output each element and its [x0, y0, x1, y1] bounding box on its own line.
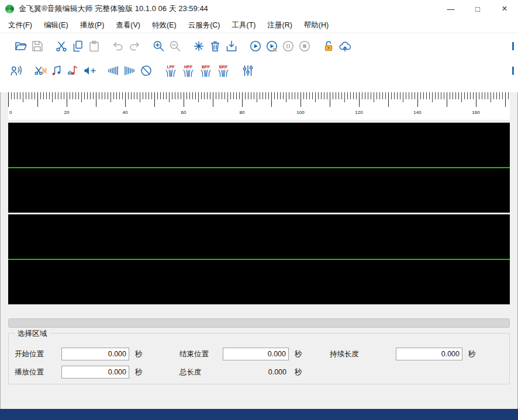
play-selection-button[interactable]	[264, 36, 280, 56]
bpf-label: BPF	[202, 65, 210, 69]
export-download-icon	[225, 40, 238, 53]
pause-button[interactable]	[280, 36, 296, 56]
selection-region-groupbox: 选择区域 开始位置 秒 结束位置 秒 持续长度 秒 播放位置 秒 总长度 0.0…	[8, 333, 510, 384]
save-button[interactable]	[29, 36, 46, 56]
undo-button[interactable]	[110, 36, 126, 56]
menu-tools[interactable]: 工具(T)	[226, 18, 262, 33]
fade-in-button[interactable]	[105, 61, 122, 81]
band-pass-filter-button[interactable]: BPF	[197, 61, 215, 81]
minimize-button[interactable]: —	[437, 0, 464, 18]
total-length-unit: 秒	[295, 367, 306, 377]
band-stop-filter-button[interactable]: BRF	[215, 61, 232, 81]
play-position-unit: 秒	[135, 367, 147, 377]
toolbar-main	[0, 34, 518, 58]
export-button[interactable]	[223, 36, 240, 56]
high-pass-filter-button[interactable]: HPF	[179, 61, 197, 81]
brf-label: BRF	[219, 65, 227, 69]
toolbar-overflow-mark	[512, 67, 514, 75]
audio-trim-button[interactable]	[32, 61, 49, 81]
menu-effects[interactable]: 特效(E)	[146, 18, 182, 33]
zoom-out-icon	[168, 40, 181, 53]
low-pass-filter-icon	[165, 70, 177, 77]
fade-out-button[interactable]	[122, 61, 138, 81]
trash-icon	[209, 40, 222, 53]
audio-scissors-icon	[34, 64, 47, 77]
text-to-speech-button[interactable]	[8, 61, 25, 81]
ruler-label: 120	[355, 110, 362, 115]
timeline-ruler[interactable]: 0 20 40 60 80 100 120 140 160	[8, 92, 510, 120]
menu-cloud[interactable]: 云服务(C)	[182, 18, 226, 33]
ruler-label: 80	[240, 110, 245, 115]
play-selection-icon	[265, 40, 278, 53]
equalizer-icon	[241, 64, 254, 77]
start-position-unit: 秒	[135, 349, 147, 359]
cut-button[interactable]	[53, 36, 70, 56]
close-button[interactable]: ×	[491, 0, 518, 18]
app-logo-icon	[5, 5, 14, 13]
horizontal-scrollbar[interactable]	[8, 318, 510, 328]
text-to-speech-icon	[10, 64, 23, 77]
start-position-input[interactable]	[61, 348, 129, 360]
equalizer-button[interactable]	[240, 61, 256, 81]
window-controls: — □ ×	[437, 0, 518, 18]
fade-out-icon	[123, 64, 136, 77]
total-length-value: 0.000	[223, 368, 289, 376]
unlock-button[interactable]	[320, 36, 337, 56]
menu-help[interactable]: 帮助(H)	[298, 18, 334, 33]
play-position-input[interactable]	[61, 366, 129, 379]
lpf-label: LPF	[167, 65, 174, 69]
toolbar-overflow-mark	[512, 42, 514, 50]
ruler-major-ticks	[8, 92, 510, 107]
total-length-label: 总长度	[179, 367, 223, 377]
play-button[interactable]	[247, 36, 264, 56]
cloud-upload-icon	[339, 40, 351, 53]
redo-button[interactable]	[126, 36, 143, 56]
paste-button[interactable]	[86, 36, 102, 56]
zoom-in-icon	[152, 40, 165, 53]
save-icon	[31, 40, 44, 53]
delete-button[interactable]	[207, 36, 223, 56]
waveform-right-channel[interactable]	[8, 214, 510, 304]
band-pass-filter-icon	[200, 70, 212, 77]
band-stop-filter-icon	[217, 70, 229, 77]
hpf-label: HPF	[184, 65, 192, 69]
title-bar[interactable]: 金飞翼®音频编辑大师 完整体验版 10.1.0 06 天 23:59:44 — …	[0, 0, 518, 18]
special-effects-button[interactable]	[191, 36, 207, 56]
mute-button[interactable]	[138, 61, 154, 81]
melody-button[interactable]	[65, 61, 81, 81]
duration-input[interactable]	[396, 348, 462, 360]
bottom-status-bar	[0, 409, 518, 420]
ruler-label: 0	[9, 110, 12, 115]
zoom-in-button[interactable]	[150, 36, 167, 56]
waveform-left-channel[interactable]	[8, 123, 510, 213]
open-folder-icon	[15, 40, 27, 53]
maximize-button[interactable]: □	[464, 0, 491, 18]
end-position-unit: 秒	[295, 349, 306, 359]
mute-ban-icon	[140, 64, 153, 77]
menu-file[interactable]: 文件(F)	[2, 18, 38, 33]
music-notes-button[interactable]	[49, 61, 65, 81]
menu-play[interactable]: 播放(P)	[74, 18, 110, 33]
selection-region-title: 选择区域	[15, 329, 50, 339]
app-window: 金飞翼®音频编辑大师 完整体验版 10.1.0 06 天 23:59:44 — …	[0, 0, 518, 420]
volume-boost-button[interactable]	[81, 61, 98, 81]
menu-edit[interactable]: 编辑(E)	[38, 18, 74, 33]
cut-icon	[55, 40, 68, 53]
menu-register[interactable]: 注册(R)	[261, 18, 298, 33]
special-effects-icon	[192, 40, 205, 53]
end-position-input[interactable]	[223, 348, 289, 360]
ruler-label: 100	[296, 110, 304, 115]
fade-in-icon	[107, 64, 120, 77]
zoom-out-button[interactable]	[167, 36, 183, 56]
stop-button[interactable]	[296, 36, 313, 56]
speaker-plus-icon	[83, 64, 96, 77]
window-title: 金飞翼®音频编辑大师 完整体验版 10.1.0 06 天 23:59:44	[19, 4, 208, 14]
copy-button[interactable]	[70, 36, 86, 56]
duration-unit: 秒	[468, 349, 480, 359]
unlock-icon	[322, 40, 335, 53]
open-button[interactable]	[13, 36, 29, 56]
cloud-upload-button[interactable]	[337, 36, 353, 56]
menu-view[interactable]: 查看(V)	[110, 18, 146, 33]
low-pass-filter-button[interactable]: LPF	[162, 61, 179, 81]
duration-label: 持续长度	[330, 349, 396, 359]
